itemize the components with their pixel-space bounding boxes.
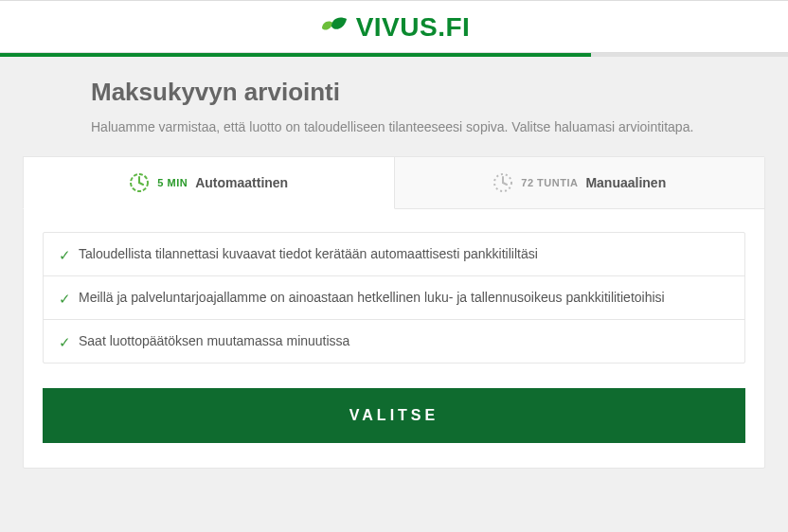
brand-logo: VIVUS.FI <box>318 12 471 43</box>
benefit-item: ✓ Meillä ja palveluntarjoajallamme on ai… <box>44 276 744 320</box>
brand-text: VIVUS.FI <box>356 12 471 43</box>
selection-panel: 5 MIN Automaattinen 72 TUNTIA Manuaaline… <box>23 156 765 469</box>
svg-line-5 <box>503 183 507 185</box>
tabs: 5 MIN Automaattinen 72 TUNTIA Manuaaline… <box>24 157 764 209</box>
check-icon: ✓ <box>59 335 71 349</box>
tab-automatic-label: Automaattinen <box>195 175 288 190</box>
svg-line-2 <box>139 183 143 185</box>
tab-manual-label: Manuaalinen <box>585 175 666 190</box>
panel-body: ✓ Taloudellista tilannettasi kuvaavat ti… <box>24 209 764 468</box>
check-icon: ✓ <box>59 292 71 306</box>
benefit-text: Meillä ja palveluntarjoajallamme on aino… <box>79 290 665 305</box>
benefit-text: Taloudellista tilannettasi kuvaavat tied… <box>79 246 538 261</box>
content-area: Maksukyvyn arviointi Haluamme varmistaa,… <box>0 57 788 469</box>
intro-block: Maksukyvyn arviointi Haluamme varmistaa,… <box>72 78 716 156</box>
select-button[interactable]: VALITSE <box>43 388 745 443</box>
page-description: Haluamme varmistaa, että luotto on talou… <box>91 116 697 137</box>
benefit-text: Saat luottopäätöksen muutamassa minuutis… <box>79 333 349 348</box>
benefit-item: ✓ Saat luottopäätöksen muutamassa minuut… <box>44 320 744 363</box>
tab-manual-duration: 72 TUNTIA <box>521 177 578 188</box>
check-icon: ✓ <box>59 248 71 262</box>
benefits-list: ✓ Taloudellista tilannettasi kuvaavat ti… <box>43 232 745 364</box>
tab-manual[interactable]: 72 TUNTIA Manuaalinen <box>395 157 765 208</box>
page-title: Maksukyvyn arviointi <box>91 78 697 107</box>
clock-fast-icon <box>129 172 150 193</box>
tab-automatic[interactable]: 5 MIN Automaattinen <box>23 156 395 209</box>
leaf-icon <box>318 15 349 40</box>
header: VIVUS.FI <box>0 0 788 53</box>
benefit-item: ✓ Taloudellista tilannettasi kuvaavat ti… <box>44 233 744 276</box>
tab-automatic-duration: 5 MIN <box>157 177 188 188</box>
clock-slow-icon <box>492 172 513 193</box>
